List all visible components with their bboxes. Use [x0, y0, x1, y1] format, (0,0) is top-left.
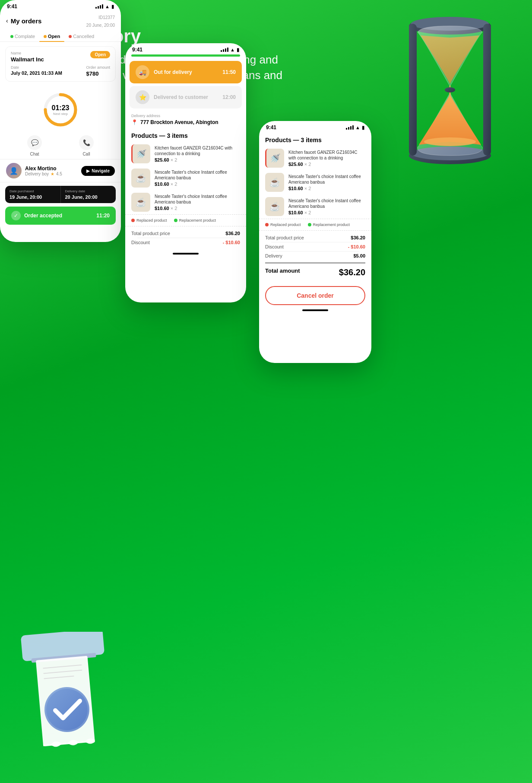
- status-badge: Open: [90, 51, 110, 58]
- date-section: Date July 02, 2021 01:33 AM: [11, 65, 62, 77]
- p3-discount-value: - $10.60: [348, 244, 365, 249]
- company-card: Name Wallmart Inc Open Date July 02, 202…: [5, 46, 116, 82]
- p3-product-price-1: $25.60 × 2: [288, 162, 365, 167]
- status-time-1: 9:41: [7, 3, 17, 10]
- p3-legend-replaced-label: Replaced product: [270, 223, 301, 227]
- call-icon: 📞: [79, 135, 94, 150]
- delivered-icon: ⭐: [136, 90, 149, 104]
- cancel-order-button[interactable]: Cancel order: [265, 286, 365, 305]
- products-header-2: Products — 3 items: [125, 128, 246, 142]
- total-product-row: Total product price $36.20: [131, 229, 240, 238]
- product-price-2: $10.60 × 2: [155, 181, 240, 187]
- signal-bar-1: [95, 7, 97, 9]
- company-info: Name Wallmart Inc: [11, 51, 44, 63]
- navigate-button[interactable]: ▶ Navigate: [81, 166, 115, 176]
- battery-icon-3: ▮: [362, 125, 364, 130]
- driver-avatar: 👤: [6, 163, 22, 178]
- products-header-3: Products — 3 items: [259, 132, 371, 146]
- status-time-3: 9:41: [266, 124, 276, 130]
- tab-cancelled[interactable]: Cancelled: [64, 31, 98, 41]
- product-price-3: $10.60 × 2: [155, 206, 240, 211]
- date-purchased-cell: Date purchased 19 June, 20:00: [5, 186, 60, 203]
- phone2-delivery: 9:41 ▲ ▮ 🚚 Out for delivery 11:50 ⭐ Deli…: [125, 43, 246, 302]
- chat-icon: 💬: [27, 135, 42, 150]
- chat-button[interactable]: 💬 Chat: [27, 135, 42, 156]
- signal-bars-1: [95, 4, 103, 9]
- p3-legend-replacement-label: Replacement product: [313, 223, 350, 227]
- open-dot: [44, 35, 47, 38]
- svg-point-8: [445, 87, 455, 92]
- s2: [223, 49, 224, 52]
- navigate-label: Navigate: [92, 169, 110, 173]
- home-indicator-3: [302, 309, 328, 311]
- battery-icon-2: ▮: [237, 47, 239, 53]
- p3-total-value: $36.20: [339, 267, 365, 277]
- order-accepted-text: Order accepted: [24, 213, 62, 219]
- status-bar-2: 9:41 ▲ ▮: [125, 43, 246, 54]
- step-delivered: ⭐ Delivered to customer 12:00: [130, 86, 242, 108]
- p3-total-row: Total amount $36.20: [265, 266, 365, 279]
- tab-open[interactable]: Open: [39, 31, 64, 41]
- p3-total-label: Total amount: [265, 267, 300, 277]
- p3-product-thumb-2: ☕: [265, 173, 284, 192]
- call-button[interactable]: 📞 Call: [79, 135, 94, 156]
- p3-delivery-row: Delivery $5.00: [265, 251, 365, 260]
- signal-bar-3: [100, 5, 101, 9]
- product-info-3: Nescafe Taster's choice Instant coffee A…: [155, 194, 240, 211]
- svg-point-16: [46, 689, 88, 730]
- date-purchased-value: 19 June, 20:00: [10, 194, 56, 200]
- product-name-2: Nescafe Taster's choice Instant coffee A…: [155, 169, 240, 181]
- delivery-date-value: 20 June, 20:00: [65, 194, 112, 200]
- progress-bar: [131, 54, 240, 57]
- p3-total-product-row: Total product price $36.20: [265, 233, 365, 242]
- timer-value: 01:23: [52, 104, 70, 112]
- legend-replacement: Replacement product: [174, 218, 216, 223]
- product-info-1: Kitchen faucet GANZER GZ16034C with conn…: [155, 145, 240, 162]
- wifi-icon-1: ▲: [105, 4, 110, 9]
- sb1: [346, 128, 347, 130]
- check-icon: ✓: [11, 211, 21, 220]
- phone1-my-orders: 9:41 ▲ ▮ ‹ My orders ID12377 20 June, 20…: [0, 0, 121, 242]
- legend-replaced-label: Replaced product: [136, 218, 167, 223]
- signal-bar-4: [102, 4, 103, 9]
- timer-container: 01:23 Next step: [0, 86, 121, 133]
- product-price-1: $25.60 × 2: [155, 157, 240, 162]
- driver-rating: 4.5: [56, 172, 62, 176]
- tabs-row: Complate Open Cancelled: [0, 31, 121, 42]
- p3-product-info-2: Nescafe Taster's choice Instant coffee A…: [288, 174, 365, 191]
- signal-bar-2: [98, 6, 99, 9]
- date-purchased-label: Date purchased: [10, 189, 56, 193]
- cancelled-dot: [69, 35, 72, 38]
- p3-legend-replaced: Replaced product: [265, 223, 301, 227]
- back-icon[interactable]: ‹: [6, 17, 8, 24]
- amount-section: Order amount $780: [86, 65, 110, 77]
- tab-complate[interactable]: Complate: [6, 31, 39, 41]
- status-time-2: 9:41: [132, 47, 142, 53]
- p3-product-name-1: Kitchen faucet GANZER GZ16034C with conn…: [288, 150, 365, 161]
- p3-product-item-3: ☕ Nescafe Taster's choice Instant coffee…: [259, 194, 371, 219]
- status-bar-3: 9:41 ▲ ▮: [259, 121, 371, 132]
- home-indicator-2: [173, 253, 199, 255]
- tab-cancelled-label: Cancelled: [73, 34, 94, 39]
- complate-dot: [10, 35, 13, 38]
- receipt-decoration: [13, 632, 121, 757]
- p3-product-price-3: $10.60 × 2: [288, 210, 365, 215]
- product-thumb-1: 🚿: [131, 144, 150, 163]
- product-item-3: ☕ Nescafe Taster's choice Instant coffee…: [125, 190, 246, 214]
- wifi-icon-2: ▲: [230, 47, 235, 52]
- tab-complate-label: Complate: [15, 34, 35, 39]
- chat-label: Chat: [30, 152, 39, 156]
- discount-value: - $10.60: [223, 240, 240, 245]
- status-icons-3: ▲ ▮: [346, 125, 364, 130]
- star-icon: ★: [51, 172, 54, 176]
- svg-rect-5: [483, 24, 491, 156]
- p3-total-product-label: Total product price: [265, 235, 304, 240]
- dates-row: Date purchased 19 June, 20:00 Delivery d…: [5, 186, 116, 203]
- p3-product-item-1: 🚿 Kitchen faucet GANZER GZ16034C with co…: [259, 146, 371, 170]
- call-label: Call: [82, 152, 90, 156]
- product-thumb-2: ☕: [131, 169, 150, 188]
- step1-label: Out for delivery: [154, 69, 218, 75]
- legend-dot-red: [131, 219, 135, 222]
- order-accepted-bar: ✓ Order accepted 11:20: [5, 207, 116, 225]
- status-icons-2: ▲ ▮: [221, 47, 239, 53]
